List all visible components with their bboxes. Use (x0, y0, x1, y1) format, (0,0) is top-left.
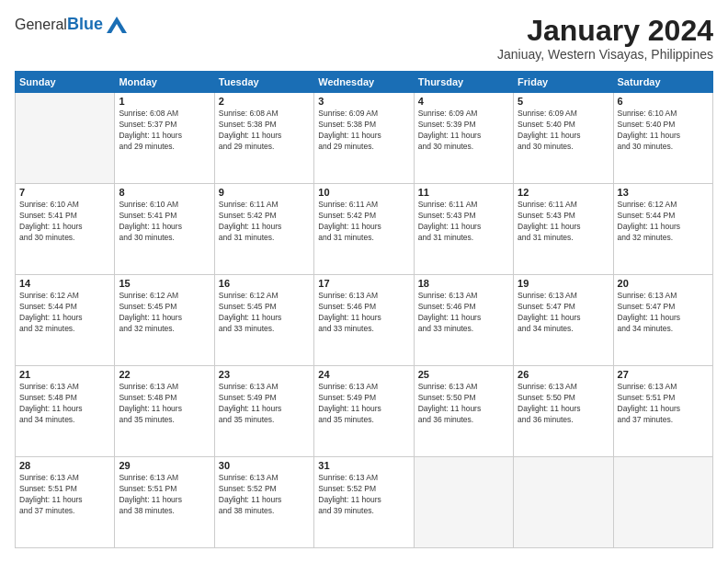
day-number: 13 (618, 187, 709, 198)
table-row: 27Sunrise: 6:13 AMSunset: 5:51 PMDayligh… (613, 366, 712, 457)
day-number: 22 (119, 369, 210, 380)
table-row: 4Sunrise: 6:09 AMSunset: 5:39 PMDaylight… (414, 93, 513, 184)
table-row: 23Sunrise: 6:13 AMSunset: 5:49 PMDayligh… (214, 366, 313, 457)
cell-info: Sunrise: 6:12 AMSunset: 5:44 PMDaylight:… (618, 200, 709, 244)
day-number: 14 (19, 278, 110, 289)
cell-info: Sunrise: 6:13 AMSunset: 5:52 PMDaylight:… (219, 473, 310, 517)
day-number: 27 (618, 369, 709, 380)
table-row: 25Sunrise: 6:13 AMSunset: 5:50 PMDayligh… (414, 366, 513, 457)
day-number: 9 (219, 187, 310, 198)
table-row (414, 457, 513, 548)
cell-info: Sunrise: 6:09 AMSunset: 5:39 PMDaylight:… (418, 109, 509, 153)
header: GeneralBlue January 2024 Janiuay, Wester… (15, 15, 713, 62)
page: GeneralBlue January 2024 Janiuay, Wester… (0, 0, 728, 563)
cell-info: Sunrise: 6:13 AMSunset: 5:50 PMDaylight:… (418, 382, 509, 426)
table-row: 22Sunrise: 6:13 AMSunset: 5:48 PMDayligh… (115, 366, 214, 457)
day-number: 8 (119, 187, 210, 198)
calendar-week-row: 14Sunrise: 6:12 AMSunset: 5:44 PMDayligh… (16, 275, 713, 366)
table-row: 1Sunrise: 6:08 AMSunset: 5:37 PMDaylight… (115, 93, 214, 184)
table-row: 5Sunrise: 6:09 AMSunset: 5:40 PMDaylight… (514, 93, 613, 184)
day-number: 28 (19, 460, 110, 471)
calendar-week-row: 21Sunrise: 6:13 AMSunset: 5:48 PMDayligh… (16, 366, 713, 457)
table-row: 12Sunrise: 6:11 AMSunset: 5:43 PMDayligh… (514, 184, 613, 275)
logo: GeneralBlue (15, 15, 127, 34)
cell-info: Sunrise: 6:12 AMSunset: 5:45 PMDaylight:… (219, 291, 310, 335)
month-title: January 2024 (497, 15, 713, 47)
table-row: 18Sunrise: 6:13 AMSunset: 5:46 PMDayligh… (414, 275, 513, 366)
day-number: 17 (318, 278, 409, 289)
calendar-week-row: 7Sunrise: 6:10 AMSunset: 5:41 PMDaylight… (16, 184, 713, 275)
calendar-table: Sunday Monday Tuesday Wednesday Thursday… (15, 71, 713, 548)
day-number: 2 (219, 96, 310, 107)
table-row: 6Sunrise: 6:10 AMSunset: 5:40 PMDaylight… (613, 93, 712, 184)
day-number: 11 (418, 187, 509, 198)
cell-info: Sunrise: 6:13 AMSunset: 5:48 PMDaylight:… (119, 382, 210, 426)
cell-info: Sunrise: 6:13 AMSunset: 5:51 PMDaylight:… (119, 473, 210, 517)
day-number: 19 (518, 278, 609, 289)
cell-info: Sunrise: 6:13 AMSunset: 5:50 PMDaylight:… (518, 382, 609, 426)
day-number: 3 (318, 96, 409, 107)
table-row: 16Sunrise: 6:12 AMSunset: 5:45 PMDayligh… (214, 275, 313, 366)
cell-info: Sunrise: 6:12 AMSunset: 5:45 PMDaylight:… (119, 291, 210, 335)
day-number: 6 (618, 96, 709, 107)
table-row: 31Sunrise: 6:13 AMSunset: 5:52 PMDayligh… (314, 457, 414, 548)
table-row: 3Sunrise: 6:09 AMSunset: 5:38 PMDaylight… (314, 93, 414, 184)
col-friday: Friday (514, 72, 613, 93)
day-number: 4 (418, 96, 509, 107)
day-number: 5 (518, 96, 609, 107)
table-row: 9Sunrise: 6:11 AMSunset: 5:42 PMDaylight… (214, 184, 313, 275)
table-row: 29Sunrise: 6:13 AMSunset: 5:51 PMDayligh… (115, 457, 214, 548)
col-thursday: Thursday (414, 72, 513, 93)
day-number: 15 (119, 278, 210, 289)
table-row: 24Sunrise: 6:13 AMSunset: 5:49 PMDayligh… (314, 366, 414, 457)
day-number: 1 (119, 96, 210, 107)
day-number: 25 (418, 369, 509, 380)
col-saturday: Saturday (613, 72, 712, 93)
cell-info: Sunrise: 6:10 AMSunset: 5:41 PMDaylight:… (119, 200, 210, 244)
table-row (16, 93, 115, 184)
day-number: 18 (418, 278, 509, 289)
cell-info: Sunrise: 6:13 AMSunset: 5:49 PMDaylight:… (318, 382, 409, 426)
cell-info: Sunrise: 6:08 AMSunset: 5:38 PMDaylight:… (219, 109, 310, 153)
day-number: 30 (219, 460, 310, 471)
title-block: January 2024 Janiuay, Western Visayas, P… (497, 15, 713, 62)
cell-info: Sunrise: 6:11 AMSunset: 5:42 PMDaylight:… (318, 200, 409, 244)
day-number: 16 (219, 278, 310, 289)
day-number: 29 (119, 460, 210, 471)
table-row: 26Sunrise: 6:13 AMSunset: 5:50 PMDayligh… (514, 366, 613, 457)
cell-info: Sunrise: 6:13 AMSunset: 5:51 PMDaylight:… (19, 473, 110, 517)
cell-info: Sunrise: 6:13 AMSunset: 5:51 PMDaylight:… (618, 382, 709, 426)
cell-info: Sunrise: 6:13 AMSunset: 5:49 PMDaylight:… (219, 382, 310, 426)
day-number: 21 (19, 369, 110, 380)
day-number: 23 (219, 369, 310, 380)
location-subtitle: Janiuay, Western Visayas, Philippines (497, 47, 713, 62)
cell-info: Sunrise: 6:13 AMSunset: 5:46 PMDaylight:… (318, 291, 409, 335)
table-row (613, 457, 712, 548)
col-monday: Monday (115, 72, 214, 93)
cell-info: Sunrise: 6:12 AMSunset: 5:44 PMDaylight:… (19, 291, 110, 335)
logo-general: General (15, 17, 67, 32)
table-row: 28Sunrise: 6:13 AMSunset: 5:51 PMDayligh… (16, 457, 115, 548)
table-row: 14Sunrise: 6:12 AMSunset: 5:44 PMDayligh… (16, 275, 115, 366)
day-number: 20 (618, 278, 709, 289)
table-row: 19Sunrise: 6:13 AMSunset: 5:47 PMDayligh… (514, 275, 613, 366)
cell-info: Sunrise: 6:13 AMSunset: 5:48 PMDaylight:… (19, 382, 110, 426)
cell-info: Sunrise: 6:08 AMSunset: 5:37 PMDaylight:… (119, 109, 210, 153)
logo-text: GeneralBlue (15, 15, 103, 34)
cell-info: Sunrise: 6:09 AMSunset: 5:38 PMDaylight:… (318, 109, 409, 153)
table-row: 7Sunrise: 6:10 AMSunset: 5:41 PMDaylight… (16, 184, 115, 275)
calendar-week-row: 28Sunrise: 6:13 AMSunset: 5:51 PMDayligh… (16, 457, 713, 548)
table-row: 13Sunrise: 6:12 AMSunset: 5:44 PMDayligh… (613, 184, 712, 275)
col-sunday: Sunday (16, 72, 115, 93)
table-row: 21Sunrise: 6:13 AMSunset: 5:48 PMDayligh… (16, 366, 115, 457)
calendar-week-row: 1Sunrise: 6:08 AMSunset: 5:37 PMDaylight… (16, 93, 713, 184)
cell-info: Sunrise: 6:13 AMSunset: 5:47 PMDaylight:… (618, 291, 709, 335)
day-number: 26 (518, 369, 609, 380)
table-row: 8Sunrise: 6:10 AMSunset: 5:41 PMDaylight… (115, 184, 214, 275)
table-row: 15Sunrise: 6:12 AMSunset: 5:45 PMDayligh… (115, 275, 214, 366)
cell-info: Sunrise: 6:11 AMSunset: 5:42 PMDaylight:… (219, 200, 310, 244)
table-row (514, 457, 613, 548)
day-number: 12 (518, 187, 609, 198)
table-row: 11Sunrise: 6:11 AMSunset: 5:43 PMDayligh… (414, 184, 513, 275)
col-wednesday: Wednesday (314, 72, 414, 93)
